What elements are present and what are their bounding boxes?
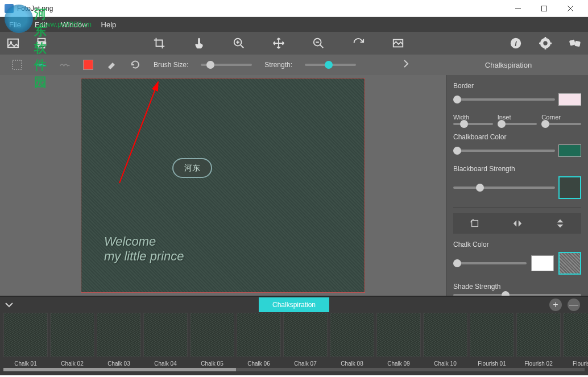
remove-preset-button[interactable]: — [568,299,580,311]
blackboard-texture-swatch[interactable] [558,176,581,199]
flip-horizontal-button[interactable] [509,217,526,230]
chalkboard-color-label: Chalkboard Color [453,133,581,141]
open-image-button[interactable] [6,36,20,51]
crop-button[interactable] [152,36,167,51]
canvas-image[interactable]: 河东 Welcome my little prince [81,78,365,293]
inset-label: Inset [498,114,537,121]
redo-button[interactable] [351,36,366,51]
svg-line-10 [241,45,244,48]
svg-rect-21 [569,39,575,45]
preset-item[interactable]: Chalk 06 [237,313,281,367]
corner-slider[interactable] [541,123,581,125]
width-label: Width [453,114,493,121]
preset-item[interactable]: Flourish 0 [563,313,588,367]
strength-slider[interactable] [305,64,356,66]
svg-rect-25 [471,221,478,227]
flip-vertical-button[interactable] [552,217,569,230]
finger-tool-button[interactable] [192,36,206,51]
chalkboard-color-swatch[interactable] [558,144,581,157]
blackboard-strength-label: Blackboard Strength [453,165,581,173]
chalk-color-swatch[interactable] [531,255,554,271]
preset-category-button[interactable]: Chalkspiration [259,297,329,312]
canvas-text-line2: my little prince [104,249,184,264]
maximize-button[interactable] [531,0,557,17]
titlebar: FotoJet.png [0,0,588,17]
menu-file[interactable]: File [2,18,28,31]
preset-item[interactable]: Chalk 09 [376,313,421,367]
canvas-area[interactable]: 河东 Welcome my little prince [0,75,446,296]
print-button[interactable] [34,36,49,51]
brush-remove-button[interactable] [59,59,71,71]
preset-item[interactable]: Chalk 01 [3,313,48,367]
brush-add-button[interactable] [35,59,47,71]
close-button[interactable] [557,0,583,17]
menu-window[interactable]: Window [54,18,94,31]
app-icon [5,4,14,13]
rotate-button[interactable] [466,217,483,230]
fit-screen-button[interactable] [391,36,405,51]
properties-panel: Border Width Inset Corner Chalkboard Col… [446,75,588,296]
move-button[interactable] [271,36,286,51]
preset-item[interactable]: Chalk 07 [283,313,328,367]
brush-color-swatch[interactable] [83,60,93,70]
preset-item[interactable]: Chalk 10 [423,313,467,367]
svg-rect-1 [542,6,547,11]
chalkboard-color-slider[interactable] [453,150,555,152]
main-toolbar: i [0,32,588,55]
border-label: Border [453,82,581,90]
preset-item[interactable]: Flourish 01 [470,313,514,367]
collapse-presets-button[interactable] [5,300,14,310]
width-slider[interactable] [453,123,493,125]
preset-item[interactable]: Chalk 03 [97,313,141,367]
expand-panel-button[interactable] [403,59,409,71]
preset-item[interactable]: Chalk 02 [50,313,94,367]
preset-item[interactable]: Chalk 08 [330,313,374,367]
random-button[interactable] [568,36,582,51]
presets-list[interactable]: Chalk 01 Chalk 02 Chalk 03 Chalk 04 Chal… [0,313,588,367]
inset-slider[interactable] [498,123,537,125]
strength-label: Strength: [264,61,292,69]
settings-button[interactable] [538,36,553,51]
svg-point-20 [543,41,547,45]
canvas-badge: 河东 [172,158,212,178]
zoom-in-button[interactable] [231,36,246,51]
svg-rect-23 [13,60,22,69]
minimize-button[interactable] [505,0,531,17]
corner-label: Corner [541,114,581,121]
menu-edit[interactable]: Edit [28,18,54,31]
preset-item[interactable]: Chalk 05 [190,313,234,367]
add-preset-button[interactable]: + [549,299,562,311]
brush-size-slider[interactable] [201,64,252,66]
canvas-text: Welcome my little prince [104,234,184,264]
reset-button[interactable] [130,59,141,71]
svg-rect-4 [8,39,18,48]
panel-title: Chalkspiration [452,61,565,69]
info-button[interactable]: i [508,36,523,51]
menubar: File Edit Window Help [0,17,588,32]
chalk-color-slider[interactable] [453,262,527,264]
preset-item[interactable]: Chalk 04 [143,313,188,367]
menu-help[interactable]: Help [94,18,123,31]
zoom-out-button[interactable] [311,36,326,51]
svg-rect-22 [574,41,581,47]
svg-text:i: i [515,39,517,48]
brush-size-label: Brush Size: [154,61,188,69]
chalk-color-label: Chalk Color [453,241,581,248]
svg-line-14 [320,45,324,48]
window-title: FotoJet.png [17,5,505,13]
border-slider[interactable] [453,98,555,101]
canvas-text-line1: Welcome [104,234,184,249]
blackboard-strength-slider[interactable] [453,187,555,189]
presets-scrollbar[interactable] [3,368,585,371]
svg-rect-6 [38,39,45,42]
preset-item[interactable]: Flourish 02 [516,313,561,367]
chalk-texture-swatch[interactable] [558,252,581,275]
selection-tool-button[interactable] [11,59,23,71]
shade-strength-label: Shade Strength [453,283,581,291]
sub-toolbar: Brush Size: Strength: Chalkspiration [0,55,588,75]
eraser-button[interactable] [106,59,117,71]
border-color-swatch[interactable] [558,93,581,106]
presets-bar: Chalkspiration + — Chalk 01 Chalk 02 Cha… [0,296,588,375]
